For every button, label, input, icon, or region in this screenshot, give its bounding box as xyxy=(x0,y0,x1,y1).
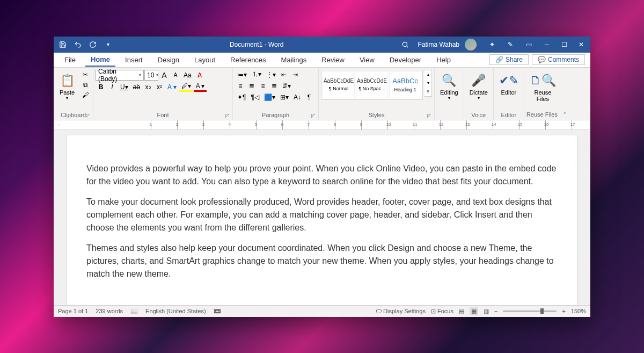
tab-references[interactable]: References xyxy=(225,54,271,66)
bullets-button[interactable]: ≔▾ xyxy=(235,70,249,80)
tab-help[interactable]: Help xyxy=(431,54,456,66)
change-case-button[interactable]: Aa xyxy=(181,70,194,80)
save-icon[interactable] xyxy=(56,38,70,52)
font-name-combo[interactable]: Calibri (Body)▾ xyxy=(96,70,144,81)
clipboard-launcher[interactable]: ◸ xyxy=(86,113,90,118)
decrease-indent-button[interactable]: ⇤ xyxy=(279,70,289,80)
reuse-files-button[interactable]: 🗋🔍ReuseFiles xyxy=(526,70,559,104)
font-launcher[interactable]: ◸ xyxy=(225,113,229,118)
subscript-button[interactable]: x₂ xyxy=(143,82,153,92)
macro-icon[interactable]: 📼 xyxy=(214,308,221,315)
borders-button[interactable]: ⊞▾ xyxy=(278,92,291,102)
zoom-slider[interactable] xyxy=(503,311,557,312)
tab-insert[interactable]: Insert xyxy=(120,54,148,66)
page[interactable]: Video provides a powerful way to help yo… xyxy=(67,135,577,305)
font-color-button[interactable]: A ▾ xyxy=(194,82,207,92)
paragraph-3[interactable]: Themes and styles also help keep your do… xyxy=(86,242,558,280)
pen-icon[interactable]: ✎ xyxy=(502,38,518,52)
italic-button[interactable]: I xyxy=(107,82,118,92)
styles-down[interactable]: ▾ xyxy=(425,79,431,88)
print-layout-icon[interactable]: ▦ xyxy=(470,307,478,315)
justify-button[interactable]: ≣ xyxy=(269,81,280,91)
strikethrough-button[interactable]: ab xyxy=(131,82,142,92)
diamond-icon[interactable]: ✦ xyxy=(484,38,500,52)
rtl-button[interactable]: ¶◁ xyxy=(248,92,261,102)
align-right-button[interactable]: ≡ xyxy=(258,81,268,91)
editing-button[interactable]: 🔍Editing▾ xyxy=(437,70,462,103)
underline-button[interactable]: U ▾ xyxy=(118,82,130,92)
shrink-font-button[interactable]: A xyxy=(170,70,181,80)
highlight-button[interactable]: 🖊▾ xyxy=(179,82,193,92)
group-voice: 🎤Dictate▾ Voice xyxy=(464,68,494,120)
close-button[interactable]: ✕ xyxy=(574,38,588,52)
paste-button[interactable]: 📋 Paste ▾ xyxy=(56,70,78,103)
read-mode-icon[interactable]: ▤ xyxy=(459,308,464,315)
tab-review[interactable]: Review xyxy=(316,54,350,66)
user-name[interactable]: Fatima Wahab xyxy=(418,41,459,48)
zoom-out-button[interactable]: − xyxy=(494,308,497,314)
show-marks-button[interactable]: ¶ xyxy=(304,92,314,102)
ribbon-display-icon[interactable]: ▭ xyxy=(521,38,537,52)
search-icon[interactable] xyxy=(398,38,412,52)
numbering-button[interactable]: ⒈▾ xyxy=(250,70,264,80)
style-nospacing[interactable]: AaBbCcDdE¶ No Spac... xyxy=(356,71,388,98)
styles-launcher[interactable]: ◸ xyxy=(427,113,431,118)
zoom-level[interactable]: 150% xyxy=(571,308,586,314)
paragraph-launcher[interactable]: ◸ xyxy=(311,113,315,118)
ruler[interactable]: ⌐ 123456789101112131415161718 xyxy=(54,120,590,130)
zoom-in-button[interactable]: + xyxy=(562,308,565,314)
font-size-combo[interactable]: 10▾ xyxy=(144,70,158,81)
avatar[interactable] xyxy=(465,39,477,51)
tab-layout[interactable]: Layout xyxy=(189,54,221,66)
tab-view[interactable]: View xyxy=(354,54,380,66)
paragraph-1[interactable]: Video provides a powerful way to help yo… xyxy=(86,162,558,188)
grow-font-button[interactable]: A xyxy=(159,70,170,80)
status-words[interactable]: 239 words xyxy=(96,308,123,314)
styles-more[interactable]: ≡ xyxy=(425,88,431,96)
status-page[interactable]: Page 1 of 1 xyxy=(58,308,88,314)
tab-file[interactable]: File xyxy=(59,54,81,66)
spellcheck-icon[interactable]: 📖 xyxy=(130,308,138,315)
shading-button[interactable]: 🟦▾ xyxy=(262,92,277,102)
focus-button[interactable]: ⊡ Focus xyxy=(431,308,453,315)
superscript-button[interactable]: x² xyxy=(154,82,165,92)
tab-design[interactable]: Design xyxy=(152,54,185,66)
dictate-button[interactable]: 🎤Dictate▾ xyxy=(466,70,491,103)
share-button[interactable]: 🔗 Share xyxy=(489,54,529,65)
tab-home[interactable]: Home xyxy=(85,53,115,67)
align-center-button[interactable]: ≣ xyxy=(246,81,257,91)
undo-icon[interactable] xyxy=(71,38,85,52)
paragraph-2[interactable]: To make your document look professionall… xyxy=(86,196,558,234)
cut-button[interactable]: ✂ xyxy=(80,70,91,80)
group-editor: ✔✎Editor Editor xyxy=(494,68,524,120)
clear-formatting-button[interactable]: A̷ xyxy=(194,70,205,80)
ruler-mark: 5 xyxy=(255,122,257,127)
group-paragraph-label: Paragraph◸ xyxy=(235,111,316,119)
bold-button[interactable]: B xyxy=(96,82,106,92)
multilevel-button[interactable]: ⋮▾ xyxy=(264,70,278,80)
format-painter-button[interactable]: 🖌 xyxy=(80,90,91,100)
align-left-button[interactable]: ≡ xyxy=(235,81,246,91)
copy-button[interactable]: ⧉ xyxy=(80,80,91,90)
style-normal[interactable]: AaBbCcDdE¶ Normal xyxy=(323,71,355,98)
sort-button[interactable]: A↓ xyxy=(291,92,303,102)
tab-mailings[interactable]: Mailings xyxy=(276,54,312,66)
style-heading1[interactable]: AaBbCcHeading 1 xyxy=(389,71,421,98)
line-spacing-button[interactable]: ⇵▾ xyxy=(280,81,293,91)
comments-button[interactable]: 💬 Comments xyxy=(532,54,585,65)
maximize-button[interactable]: ☐ xyxy=(557,38,571,52)
ribbon-collapse-icon[interactable]: ⌃ xyxy=(562,111,567,118)
document-area[interactable]: Video provides a powerful way to help yo… xyxy=(54,130,590,305)
qat-customize-icon[interactable]: ▾ xyxy=(101,38,115,52)
styles-up[interactable]: ▴ xyxy=(425,70,431,79)
redo-icon[interactable] xyxy=(86,38,100,52)
web-layout-icon[interactable]: ▥ xyxy=(484,308,489,315)
display-settings-button[interactable]: 🖵 Display Settings xyxy=(376,308,426,314)
tab-developer[interactable]: Developer xyxy=(384,54,427,66)
minimize-button[interactable]: ─ xyxy=(540,38,554,52)
increase-indent-button[interactable]: ⇥ xyxy=(290,70,301,80)
text-effects-button[interactable]: A ▾ xyxy=(165,82,179,92)
status-language[interactable]: English (United States) xyxy=(145,308,206,314)
asian-layout-button[interactable]: ✦¶ xyxy=(235,92,248,102)
editor-button[interactable]: ✔✎Editor xyxy=(496,70,522,98)
